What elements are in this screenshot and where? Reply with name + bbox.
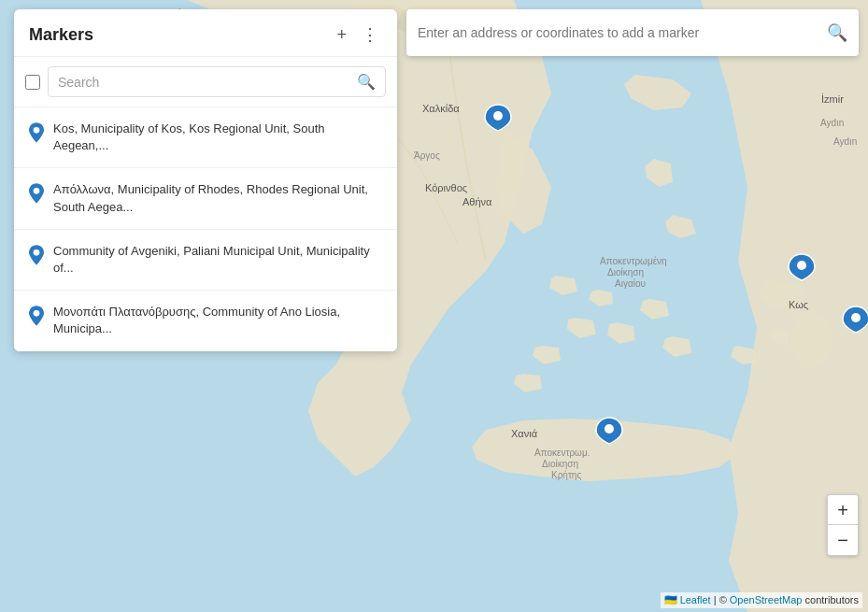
select-all-checkbox[interactable] [25, 75, 40, 90]
svg-point-22 [605, 424, 614, 434]
sidebar-actions: + ⋮ [333, 24, 382, 45]
svg-point-19 [493, 111, 503, 121]
sidebar-panel: Markers + ⋮ 🔍 Kos, Municipality of Kos, … [14, 9, 397, 351]
svg-text:Αιγαίου: Αιγαίου [615, 278, 646, 289]
pin-icon [29, 306, 44, 331]
svg-text:Αποκεντρωμένη: Αποκεντρωμένη [600, 256, 667, 266]
add-marker-button[interactable]: + [333, 24, 350, 45]
search-icon: 🔍 [357, 73, 376, 91]
svg-text:Διοίκηση: Διοίκηση [542, 459, 578, 469]
svg-point-24 [34, 188, 40, 194]
list-item[interactable]: Kos, Municipality of Kos, Kos Regional U… [14, 107, 397, 168]
map-attribution: 🇺🇦 Leaflet | © OpenStreetMap contributor… [661, 592, 862, 608]
svg-text:Κρήτης: Κρήτης [551, 470, 581, 480]
leaflet-flag: 🇺🇦 [664, 594, 677, 605]
top-search-icon[interactable]: 🔍 [827, 22, 847, 43]
svg-point-23 [34, 127, 40, 134]
marker-label: Community of Avgeniki, Paliani Municipal… [53, 243, 382, 277]
zoom-in-button[interactable]: + [828, 495, 858, 525]
list-item[interactable]: Μονοπάτι Πλατανόβρυσης, Community of Ano… [14, 291, 397, 350]
svg-text:Χανιά: Χανιά [511, 428, 538, 439]
list-item[interactable]: Community of Avgeniki, Paliani Municipal… [14, 230, 397, 291]
svg-point-20 [797, 261, 806, 270]
marker-label: Kos, Municipality of Kos, Kos Regional U… [53, 121, 382, 154]
svg-text:Αποκεντρωμ.: Αποκεντρωμ. [534, 448, 590, 458]
osm-link[interactable]: OpenStreetMap [730, 594, 803, 605]
markers-list: Kos, Municipality of Kos, Kos Regional U… [14, 107, 397, 351]
svg-text:Άργος: Άργος [414, 150, 440, 161]
svg-text:Aydın: Aydın [833, 136, 857, 147]
address-input[interactable] [418, 25, 827, 40]
search-row: 🔍 [14, 57, 397, 107]
marker-label: Απόλλωνα, Municipality of Rhodes, Rhodes… [53, 181, 382, 215]
svg-point-26 [34, 310, 40, 317]
svg-text:Aydın: Aydın [820, 118, 844, 128]
svg-text:Χαλκίδα: Χαλκίδα [422, 103, 460, 114]
svg-text:Κόρινθος: Κόρινθος [425, 182, 467, 193]
marker-label: Μονοπάτι Πλατανόβρυσης, Community of Ano… [53, 304, 382, 337]
svg-text:Κως: Κως [789, 299, 808, 310]
svg-text:Διοίκηση: Διοίκηση [607, 267, 644, 278]
more-options-button[interactable]: ⋮ [358, 24, 382, 45]
zoom-out-button[interactable]: − [828, 525, 858, 555]
pin-icon [29, 183, 44, 208]
svg-text:Αθήνα: Αθήνα [462, 196, 492, 207]
top-search-bar[interactable]: 🔍 [406, 9, 859, 56]
attribution-separator: | © [714, 594, 730, 605]
pin-icon [29, 122, 44, 148]
sidebar-header: Markers + ⋮ [14, 9, 397, 57]
sidebar-title: Markers [29, 25, 93, 45]
zoom-controls: + − [827, 494, 859, 556]
list-item[interactable]: Απόλλωνα, Municipality of Rhodes, Rhodes… [14, 168, 397, 229]
svg-text:İzmir: İzmir [821, 93, 844, 105]
leaflet-link[interactable]: Leaflet [680, 594, 711, 605]
pin-icon [29, 245, 44, 270]
search-input-wrap[interactable]: 🔍 [48, 66, 386, 97]
contributors-text: contributors [805, 594, 859, 605]
search-input[interactable] [58, 75, 357, 90]
svg-point-21 [851, 313, 861, 322]
svg-point-25 [34, 249, 40, 256]
